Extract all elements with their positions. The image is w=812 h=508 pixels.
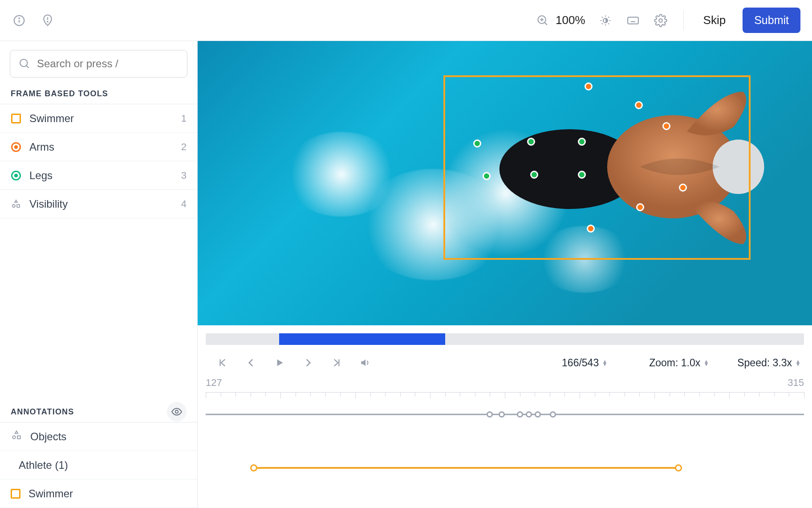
timeline[interactable]	[198, 389, 812, 482]
timeline-row-swimmer[interactable]	[206, 454, 804, 482]
frame-counter[interactable]: 166/543 ▴▾	[562, 357, 606, 369]
seek-bar[interactable]	[198, 325, 812, 345]
submit-button[interactable]: Submit	[743, 8, 800, 33]
stepper-icon[interactable]: ▴▾	[705, 360, 708, 366]
keypoint-orange[interactable]	[662, 122, 670, 130]
video-canvas[interactable]	[198, 41, 812, 325]
svg-marker-19	[15, 200, 17, 202]
sidebar: FRAME BASED TOOLS Swimmer 1 Arms 2 Legs …	[0, 41, 198, 508]
tools-section-title: FRAME BASED TOOLS	[0, 86, 197, 104]
svg-point-16	[659, 19, 662, 22]
tool-hotkey: 4	[181, 198, 187, 210]
search-icon	[18, 57, 31, 70]
annot-athlete[interactable]: Athlete (1)	[0, 451, 197, 479]
svg-line-6	[544, 22, 547, 25]
skip-button[interactable]: Skip	[699, 13, 731, 27]
svg-point-24	[12, 436, 15, 439]
jump-start-button[interactable]	[210, 353, 235, 373]
timeline-keyframe[interactable]	[487, 411, 493, 418]
svg-marker-30	[277, 359, 283, 366]
timeline-row-athlete[interactable]	[206, 429, 804, 454]
annotations-list: Objects Athlete (1) Swimmer	[0, 422, 197, 508]
search-input[interactable]	[10, 50, 187, 78]
keypoint-orange[interactable]	[587, 225, 595, 233]
speed-label: Speed: 3.3x	[737, 357, 792, 369]
app-header: 100% Skip Submit	[0, 0, 812, 41]
exposure-icon[interactable]	[598, 13, 613, 28]
keypoint-orange[interactable]	[679, 184, 687, 192]
timeline-keyframe[interactable]	[535, 411, 541, 418]
keypoint-green[interactable]	[530, 171, 538, 179]
annot-label: Objects	[30, 430, 66, 443]
timeline-keyframe[interactable]	[517, 411, 523, 418]
jump-end-button[interactable]	[324, 353, 349, 373]
timeline-range: 127 315	[198, 373, 812, 389]
volume-button[interactable]	[353, 353, 378, 373]
classification-icon	[11, 430, 22, 444]
next-frame-button[interactable]	[296, 353, 321, 373]
info-icon[interactable]	[12, 13, 27, 28]
svg-point-4	[47, 21, 48, 22]
svg-line-18	[26, 66, 28, 68]
tool-label: Legs	[29, 169, 173, 182]
play-button[interactable]	[267, 353, 292, 373]
zoom-label: Zoom: 1.0x	[649, 357, 700, 369]
tool-label: Arms	[29, 141, 173, 153]
bounding-box[interactable]	[443, 75, 751, 260]
svg-rect-10	[628, 17, 638, 24]
timeline-row-objects[interactable]	[206, 400, 804, 429]
keypoint-green[interactable]	[578, 138, 586, 146]
stepper-icon[interactable]: ▴▾	[796, 360, 800, 366]
tool-legs[interactable]: Legs 3	[0, 161, 197, 190]
issue-icon[interactable]	[40, 13, 55, 28]
zoom-in-icon[interactable]	[535, 13, 550, 28]
tool-hotkey: 3	[181, 170, 187, 181]
header-left	[12, 13, 55, 28]
svg-marker-23	[15, 431, 18, 433]
toggle-visibility-button[interactable]	[167, 402, 187, 422]
header-right: 100% Skip Submit	[535, 8, 800, 33]
gear-icon[interactable]	[653, 13, 668, 28]
tool-label: Visibility	[29, 198, 173, 210]
svg-rect-21	[17, 205, 20, 207]
timeline-keyframe[interactable]	[550, 411, 556, 418]
svg-point-20	[12, 205, 15, 207]
annot-objects[interactable]: Objects	[0, 422, 197, 451]
classification-icon	[11, 199, 21, 209]
frame-label: 166/543	[562, 357, 599, 369]
svg-point-22	[175, 410, 179, 414]
tool-swimmer[interactable]: Swimmer 1	[0, 104, 197, 133]
timeline-keyframe[interactable]	[499, 411, 505, 418]
timeline-start: 127	[206, 377, 222, 389]
keypoint-green[interactable]	[483, 172, 491, 180]
keypoint-green[interactable]	[578, 171, 586, 179]
annot-swimmer[interactable]: Swimmer	[0, 479, 197, 508]
timeline-end: 315	[788, 377, 804, 389]
point-green-icon	[11, 170, 21, 181]
stepper-icon[interactable]: ▴▾	[603, 360, 606, 366]
keyboard-icon[interactable]	[625, 13, 641, 28]
speed-control[interactable]: Speed: 3.3x ▴▾	[737, 357, 800, 369]
tool-arms[interactable]: Arms 2	[0, 133, 197, 161]
annot-label: Athlete (1)	[19, 459, 68, 471]
header-separator	[683, 10, 684, 31]
annotations-header: ANNOTATIONS	[0, 401, 197, 422]
keypoint-green[interactable]	[527, 138, 535, 146]
keypoint-orange[interactable]	[585, 82, 593, 90]
point-orange-icon	[11, 142, 21, 152]
keypoint-orange[interactable]	[635, 101, 643, 109]
keypoint-green[interactable]	[473, 139, 481, 147]
zoom-control[interactable]: Zoom: 1.0x ▴▾	[649, 357, 708, 369]
keypoint-orange[interactable]	[636, 203, 644, 211]
search-field[interactable]	[37, 57, 179, 70]
timeline-keyframe[interactable]	[526, 411, 532, 418]
svg-point-2	[19, 18, 20, 19]
square-icon	[11, 489, 20, 499]
annotations-section-title: ANNOTATIONS	[11, 407, 167, 417]
tool-visibility[interactable]: Visibility 4	[0, 190, 197, 218]
prev-frame-button[interactable]	[239, 353, 264, 373]
tool-hotkey: 1	[181, 113, 187, 124]
zoom-group[interactable]: 100%	[535, 13, 585, 28]
svg-point-17	[20, 59, 27, 66]
tool-hotkey: 2	[181, 141, 187, 153]
